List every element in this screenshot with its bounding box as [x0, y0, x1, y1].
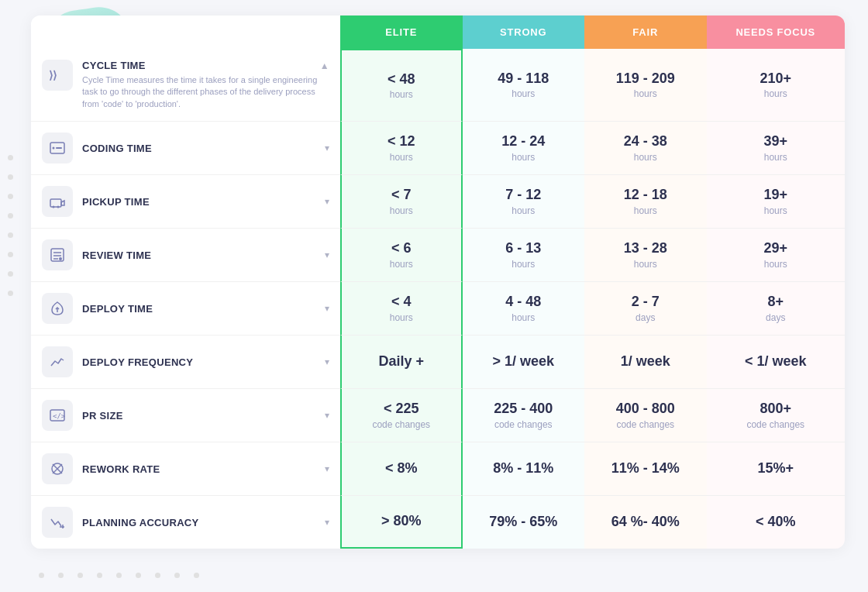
needs-main-review-time: 29+ [707, 240, 846, 257]
table-row-deploy-time: DEPLOY TIME ▾ < 4hours4 - 48hours2 - 7da… [31, 282, 845, 336]
strong-main-planning-accuracy: 79% - 65% [463, 514, 585, 531]
fair-value-planning-accuracy: 64 %- 40% [584, 496, 707, 549]
elite-value-planning-accuracy: > 80% [340, 496, 463, 549]
metric-title-coding-time: CODING TIME [82, 143, 315, 154]
needs-main-pickup-time: 19+ [707, 187, 846, 204]
elite-main-pickup-time: < 7 [342, 187, 461, 204]
chevron-down-icon[interactable]: ▾ [325, 303, 329, 314]
label-cell-planning-accuracy[interactable]: PLANNING ACCURACY ▾ [31, 496, 340, 549]
needs-sub-coding-time: hours [707, 152, 846, 163]
needs-sub-deploy-time: days [707, 312, 846, 323]
table-row-pr-size: </> PR SIZE ▾ < 225code changes225 - 400… [31, 389, 845, 442]
fair-sub-cycle-time: hours [584, 88, 707, 99]
table-row-planning-accuracy: PLANNING ACCURACY ▾ > 80%79% - 65%64 %- … [31, 496, 845, 549]
metric-title-planning-accuracy: PLANNING ACCURACY [82, 517, 315, 528]
table-row-cycle-time: ⟩⟩ CYCLE TIME ▲ Cycle Time measures the … [31, 49, 845, 122]
metrics-table: ELITE STRONG FAIR NEEDS FOCUS ⟩⟩ CYCLE T… [31, 15, 845, 549]
metric-title-cycle-time: CYCLE TIME ▲ [82, 60, 329, 71]
chevron-up-icon[interactable]: ▲ [320, 60, 329, 71]
icon-pickup-time [42, 186, 73, 217]
needs-value-coding-time: 39+hours [707, 122, 846, 175]
elite-value-pickup-time: < 7hours [340, 175, 463, 229]
needs-sub-cycle-time: hours [707, 88, 846, 99]
needs-main-coding-time: 39+ [707, 133, 846, 150]
table-row-deploy-frequency: DEPLOY FREQUENCY ▾ Daily +> 1/ week1/ we… [31, 336, 845, 389]
fair-main-planning-accuracy: 64 %- 40% [584, 514, 707, 531]
elite-main-coding-time: < 12 [342, 133, 461, 150]
fair-sub-coding-time: hours [584, 152, 707, 163]
decorative-dots-bottom [39, 573, 199, 578]
elite-main-rework-rate: < 8% [342, 460, 461, 477]
th-strong: STRONG [463, 15, 585, 49]
label-cell-deploy-frequency[interactable]: DEPLOY FREQUENCY ▾ [31, 336, 340, 389]
fair-main-coding-time: 24 - 38 [584, 133, 707, 150]
needs-value-pickup-time: 19+hours [707, 175, 846, 229]
th-fair: FAIR [584, 15, 707, 49]
metric-title-rework-rate: REWORK RATE [82, 463, 315, 475]
strong-main-rework-rate: 8% - 11% [463, 460, 585, 477]
fair-value-rework-rate: 11% - 14% [584, 442, 707, 496]
metric-title-pickup-time: PICKUP TIME [82, 196, 315, 208]
needs-main-cycle-time: 210+ [707, 71, 846, 88]
label-cell-rework-rate[interactable]: REWORK RATE ▾ [31, 442, 340, 496]
table-row-review-time: REVIEW TIME ▾ < 6hours6 - 13hours13 - 28… [31, 229, 845, 282]
strong-value-pickup-time: 7 - 12hours [463, 175, 585, 229]
label-cell-cycle-time[interactable]: ⟩⟩ CYCLE TIME ▲ Cycle Time measures the … [31, 49, 340, 122]
svg-rect-4 [50, 199, 61, 207]
fair-sub-review-time: hours [584, 259, 707, 270]
strong-sub-deploy-time: hours [463, 312, 585, 323]
elite-sub-coding-time: hours [342, 152, 461, 163]
fair-main-pickup-time: 12 - 18 [584, 187, 707, 204]
elite-sub-deploy-time: hours [342, 312, 461, 323]
chevron-down-icon[interactable]: ▾ [325, 250, 329, 260]
elite-value-coding-time: < 12hours [340, 122, 463, 175]
needs-sub-review-time: hours [707, 259, 846, 270]
label-cell-pickup-time[interactable]: PICKUP TIME ▾ [31, 175, 340, 229]
needs-value-planning-accuracy: < 40% [707, 496, 846, 549]
th-elite: ELITE [340, 15, 463, 49]
icon-deploy-time [42, 293, 73, 324]
chevron-down-icon[interactable]: ▾ [325, 143, 329, 153]
elite-value-rework-rate: < 8% [340, 442, 463, 496]
chevron-down-icon[interactable]: ▾ [325, 356, 329, 367]
chevron-down-icon[interactable]: ▾ [325, 410, 329, 421]
label-cell-review-time[interactable]: REVIEW TIME ▾ [31, 229, 340, 282]
strong-value-rework-rate: 8% - 11% [463, 442, 585, 496]
needs-value-review-time: 29+hours [707, 229, 846, 282]
elite-value-deploy-time: < 4hours [340, 282, 463, 336]
svg-text:</>: </> [53, 412, 66, 420]
elite-sub-cycle-time: hours [342, 89, 461, 100]
needs-main-deploy-time: 8+ [707, 294, 846, 311]
strong-main-deploy-frequency: > 1/ week [463, 353, 585, 370]
elite-value-review-time: < 6hours [340, 229, 463, 282]
needs-main-deploy-frequency: < 1/ week [707, 353, 846, 370]
icon-planning-accuracy [42, 507, 73, 538]
strong-sub-pr-size: code changes [463, 419, 585, 430]
needs-value-cycle-time: 210+hours [707, 49, 846, 122]
strong-main-pr-size: 225 - 400 [463, 401, 585, 418]
fair-value-pickup-time: 12 - 18hours [584, 175, 707, 229]
table-row-coding-time: CODING TIME ▾ < 12hours12 - 24hours24 - … [31, 122, 845, 175]
needs-value-deploy-frequency: < 1/ week [707, 336, 846, 389]
fair-main-deploy-time: 2 - 7 [584, 294, 707, 311]
strong-value-planning-accuracy: 79% - 65% [463, 496, 585, 549]
fair-value-cycle-time: 119 - 209hours [584, 49, 707, 122]
strong-value-cycle-time: 49 - 118hours [463, 49, 585, 122]
strong-value-review-time: 6 - 13hours [463, 229, 585, 282]
elite-sub-pr-size: code changes [342, 419, 461, 430]
fair-main-pr-size: 400 - 800 [584, 401, 707, 418]
chevron-down-icon[interactable]: ▾ [325, 463, 329, 474]
metric-title-deploy-frequency: DEPLOY FREQUENCY [82, 356, 315, 368]
label-cell-pr-size[interactable]: </> PR SIZE ▾ [31, 389, 340, 442]
elite-main-cycle-time: < 48 [342, 71, 461, 88]
icon-cycle-time: ⟩⟩ [42, 60, 73, 91]
th-needs-focus: NEEDS FOCUS [707, 15, 846, 49]
fair-main-deploy-frequency: 1/ week [584, 353, 707, 370]
fair-value-deploy-time: 2 - 7days [584, 282, 707, 336]
chevron-down-icon[interactable]: ▾ [325, 196, 329, 207]
chevron-down-icon[interactable]: ▾ [325, 517, 329, 528]
elite-main-planning-accuracy: > 80% [342, 513, 461, 530]
label-cell-coding-time[interactable]: CODING TIME ▾ [31, 122, 340, 175]
label-cell-deploy-time[interactable]: DEPLOY TIME ▾ [31, 282, 340, 336]
fair-main-review-time: 13 - 28 [584, 240, 707, 257]
